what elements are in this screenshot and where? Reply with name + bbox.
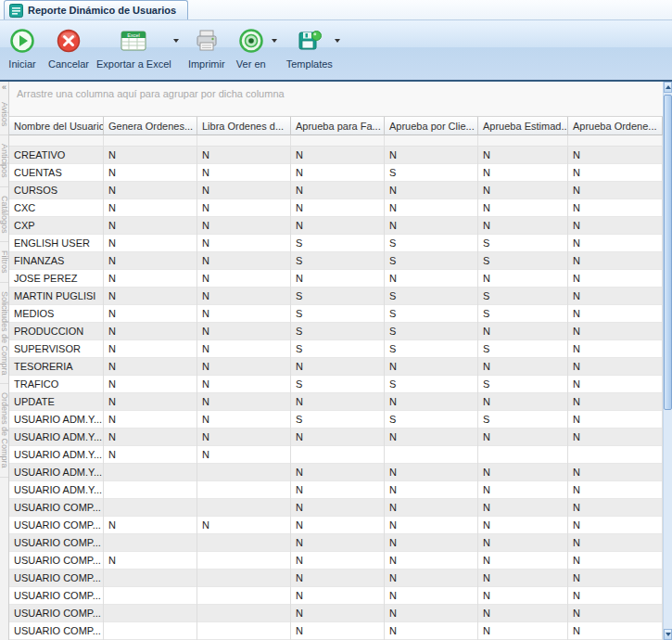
cell-value: N [104, 323, 197, 340]
dropdown-arrow-icon[interactable] [333, 39, 342, 43]
table-row[interactable]: CXCNNNNNN [9, 199, 663, 217]
cell-value: S [385, 164, 478, 182]
dropdown-arrow-icon[interactable] [270, 39, 279, 43]
cell-user-name: CREATIVO [9, 147, 104, 164]
table-row[interactable]: ENGLISH USERNNSSSN [9, 235, 663, 252]
table-row[interactable]: USUARIO COMP...NNNN [9, 534, 663, 552]
table-row[interactable]: CREATIVONNNNNN [9, 147, 663, 164]
table-row[interactable]: USUARIO ADM.Y...NNSSSN [9, 411, 663, 429]
table-row[interactable]: TRAFICONNSSSN [9, 376, 663, 393]
dock-tab-4[interactable]: Solicitudes de Compra [0, 283, 8, 385]
table-row[interactable]: UPDATENNNNNN [9, 393, 663, 411]
column-header-4[interactable]: Aprueba por Clie... [385, 117, 478, 135]
cell-value: N [568, 323, 663, 340]
cell-value [104, 481, 197, 499]
table-row[interactable]: USUARIO ADM.Y...NNNN [9, 481, 663, 499]
cell-value: N [197, 305, 291, 323]
table-row[interactable]: USUARIO ADM.Y...NN [9, 446, 663, 464]
iniciar-button[interactable]: Iniciar [0, 22, 44, 80]
cell-user-name: USUARIO ADM.Y... [9, 481, 104, 499]
vertical-scrollbar[interactable] [663, 82, 672, 640]
column-header-2[interactable]: Libra Ordenes d... [197, 117, 291, 135]
cell-value: N [104, 199, 197, 217]
dock-tab-3[interactable]: Filtros [0, 242, 8, 283]
column-header-6[interactable]: Aprueba Ordene... [568, 117, 663, 135]
table-row[interactable]: USUARIO COMP...NNNN [9, 570, 663, 587]
filter-cell[interactable] [291, 135, 385, 147]
table-row[interactable]: SUPERVISORNNSSSN [9, 340, 663, 358]
cell-value: N [104, 411, 197, 429]
collapse-chevrons-icon[interactable]: « [0, 82, 8, 94]
filter-cell[interactable] [568, 135, 663, 147]
imprimir-button[interactable]: Imprimir [184, 22, 229, 80]
cell-value: N [568, 376, 663, 393]
table-row[interactable]: USUARIO COMP...NNNN [9, 499, 663, 517]
filter-cell[interactable] [385, 135, 478, 147]
table-row[interactable]: JOSE PEREZNNNNNN [9, 270, 663, 288]
filter-cell[interactable] [104, 135, 197, 147]
tab-reporte-dinamico[interactable]: Reporte Dinámico de Usuarios [4, 0, 188, 19]
cell-value: N [478, 552, 568, 570]
cell-value [197, 481, 291, 499]
cell-value: N [478, 622, 568, 640]
cell-user-name: USUARIO ADM.Y... [9, 464, 104, 481]
table-row[interactable]: PRODUCCIONNNSSNN [9, 323, 663, 340]
table-row[interactable]: USUARIO COMP...NNNN [9, 605, 663, 622]
scroll-up-button[interactable] [664, 82, 672, 93]
cell-value: N [104, 217, 197, 235]
table-row[interactable]: USUARIO COMP...NNNNN [9, 552, 663, 570]
templates-icon [297, 26, 323, 56]
column-header-3[interactable]: Aprueba para Fa... [291, 117, 385, 135]
cell-value [197, 464, 291, 481]
scrollbar-thumb[interactable] [664, 95, 672, 410]
table-row[interactable]: USUARIO ADM.Y...NNNN [9, 464, 663, 481]
filter-cell[interactable] [478, 135, 568, 147]
ver-en-button[interactable]: Ver en [229, 22, 283, 80]
scroll-down-button[interactable] [664, 629, 672, 640]
table-row[interactable]: CUENTASNNNSNN [9, 164, 663, 182]
cell-value [104, 464, 197, 481]
cell-value: N [568, 235, 663, 252]
eye-icon [238, 26, 264, 56]
scrollbar-track[interactable] [664, 93, 672, 629]
table-row[interactable]: USUARIO COMP...NNNN [9, 587, 663, 605]
cell-user-name: USUARIO COMP... [9, 499, 104, 517]
dock-tab-1[interactable]: Anticipos [0, 135, 8, 187]
cell-value: N [568, 147, 663, 164]
cell-value: N [478, 481, 568, 499]
filter-cell[interactable] [197, 135, 291, 147]
cell-value: N [478, 393, 568, 411]
cell-value: N [568, 358, 663, 376]
filter-cell[interactable] [9, 135, 104, 147]
cell-value: S [478, 252, 568, 270]
group-by-panel[interactable]: Arrastre una columna aquí para agrupar p… [9, 82, 663, 117]
cancelar-button[interactable]: Cancelar [44, 22, 93, 80]
cell-value: N [568, 305, 663, 323]
cell-value: N [104, 270, 197, 288]
table-row[interactable]: CURSOSNNNNNN [9, 182, 663, 199]
cell-value: N [568, 270, 663, 288]
dock-tab-2[interactable]: Catálogos [0, 187, 8, 243]
column-header-0[interactable]: Nombre del Usuario [9, 117, 104, 135]
cell-value: S [291, 305, 385, 323]
table-row[interactable]: TESORERIANNNNNN [9, 358, 663, 376]
cell-user-name: MEDIOS [9, 305, 104, 323]
table-row[interactable]: MARTIN PUGLISINNSSSN [9, 288, 663, 305]
exportar-excel-button[interactable]: Excel Exportar a Excel [93, 22, 184, 80]
table-row[interactable]: CXPNNNNNN [9, 217, 663, 235]
dropdown-arrow-icon[interactable] [171, 39, 181, 43]
dock-tab-5[interactable]: Órdenes de Compra [0, 384, 8, 478]
cell-value [197, 534, 291, 552]
table-row[interactable]: MEDIOSNNSSSN [9, 305, 663, 323]
cell-user-name: USUARIO ADM.Y... [9, 429, 104, 446]
column-header-1[interactable]: Genera Ordenes... [104, 117, 197, 135]
table-row[interactable]: USUARIO ADM.Y...NNNNNN [9, 429, 663, 446]
dock-tab-0[interactable]: Avisos [0, 94, 8, 135]
toolbar: Iniciar Cancelar [0, 20, 672, 82]
table-row[interactable]: USUARIO COMP...NNNNNN [9, 517, 663, 534]
table-row[interactable]: FINANZASNNSSSN [9, 252, 663, 270]
content-area: « AvisosAnticiposCatálogosFiltrosSolicit… [0, 82, 672, 640]
column-header-5[interactable]: Aprueba Estimad... [478, 117, 568, 135]
templates-button[interactable]: Templates [283, 22, 346, 80]
table-row[interactable]: USUARIO COMP...NNNN [9, 622, 663, 640]
